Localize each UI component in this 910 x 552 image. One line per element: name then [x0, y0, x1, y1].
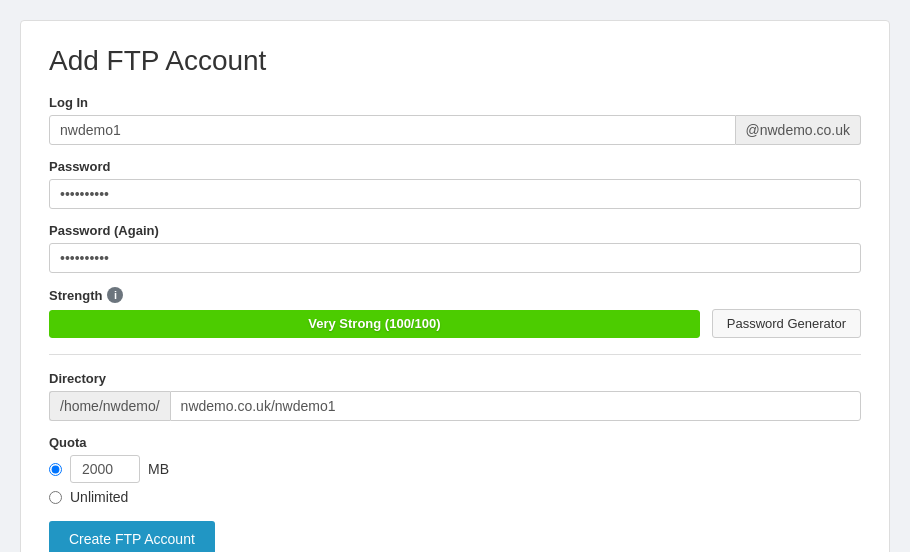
login-input-row: @nwdemo.co.uk — [49, 115, 861, 145]
page-title: Add FTP Account — [49, 45, 861, 77]
strength-label-row: Strength i — [49, 287, 861, 303]
directory-label: Directory — [49, 371, 861, 386]
password-label: Password — [49, 159, 861, 174]
directory-prefix: /home/nwdemo/ — [49, 391, 170, 421]
directory-input[interactable] — [170, 391, 861, 421]
quota-section: Quota MB Unlimited — [49, 435, 861, 505]
quota-radio[interactable] — [49, 463, 62, 476]
unlimited-radio[interactable] — [49, 491, 62, 504]
password-generator-button[interactable]: Password Generator — [712, 309, 861, 338]
quota-unit: MB — [148, 461, 169, 477]
password-again-input[interactable] — [49, 243, 861, 273]
create-ftp-account-button[interactable]: Create FTP Account — [49, 521, 215, 552]
strength-info-icon[interactable]: i — [107, 287, 123, 303]
login-addon: @nwdemo.co.uk — [736, 115, 861, 145]
password-again-field-group: Password (Again) — [49, 223, 861, 273]
login-input[interactable] — [49, 115, 736, 145]
directory-field-group: Directory /home/nwdemo/ — [49, 371, 861, 421]
form-container: Add FTP Account Log In @nwdemo.co.uk Pas… — [20, 20, 890, 552]
strength-bar-text: Very Strong (100/100) — [49, 310, 700, 338]
password-input[interactable] — [49, 179, 861, 209]
login-label: Log In — [49, 95, 861, 110]
quota-label: Quota — [49, 435, 861, 450]
unlimited-row: Unlimited — [49, 489, 861, 505]
strength-label: Strength — [49, 288, 102, 303]
strength-bar-row: Very Strong (100/100) Password Generator — [49, 309, 861, 338]
unlimited-label: Unlimited — [70, 489, 128, 505]
directory-row: /home/nwdemo/ — [49, 391, 861, 421]
password-field-group: Password — [49, 159, 861, 209]
strength-bar-wrapper: Very Strong (100/100) — [49, 310, 700, 338]
strength-section: Strength i Very Strong (100/100) Passwor… — [49, 287, 861, 338]
quota-input-row: MB — [49, 455, 861, 483]
password-again-label: Password (Again) — [49, 223, 861, 238]
quota-number-input[interactable] — [70, 455, 140, 483]
login-field-group: Log In @nwdemo.co.uk — [49, 95, 861, 145]
divider-1 — [49, 354, 861, 355]
